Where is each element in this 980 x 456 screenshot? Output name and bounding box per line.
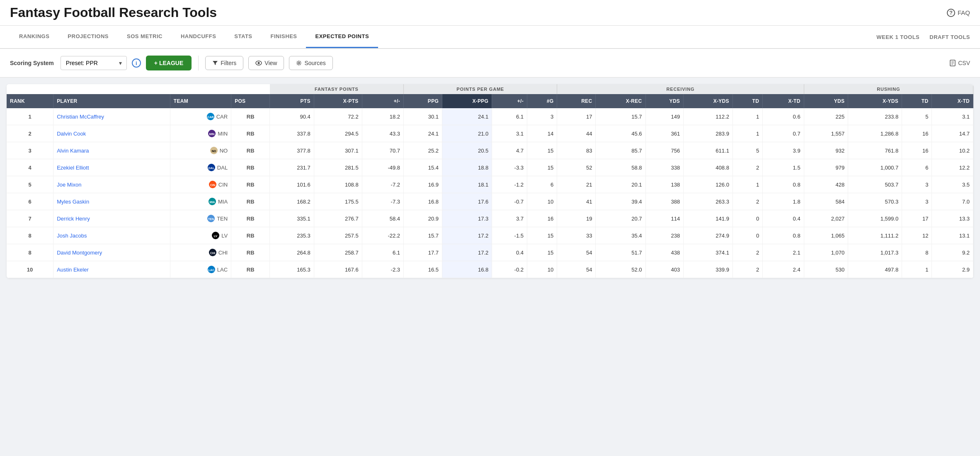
scoring-select-wrapper[interactable]: Preset: PPR Preset: Standard Preset: Hal…	[61, 56, 127, 70]
fantasy-points-group: Fantasy Points	[270, 84, 404, 94]
cell-x-pts: 167.6	[314, 261, 362, 278]
cell-player[interactable]: Derrick Henry	[53, 210, 170, 227]
cell-x-ppg: 17.3	[442, 210, 492, 227]
cell-x-pts: 307.1	[314, 142, 362, 159]
cell-rec: 83	[557, 142, 596, 159]
svg-text:MIA: MIA	[210, 201, 215, 204]
cell-plus-minus-ppg: 0.4	[492, 244, 527, 261]
cell-player[interactable]: Joe Mixon	[53, 176, 170, 193]
cell-td-rush: 12	[902, 227, 932, 244]
col-x-yds-rush: X-YDS	[848, 94, 902, 108]
ppg-group: Points Per Game	[404, 84, 557, 94]
table-row: 7 Derrick Henry TEN TEN RB 335.1 276.7 5…	[7, 210, 973, 227]
cell-x-yds-rec: 141.9	[684, 210, 733, 227]
cell-plus-minus-pts: 6.1	[362, 244, 403, 261]
view-button[interactable]: View	[248, 56, 284, 70]
nav-rankings[interactable]: Rankings	[10, 26, 58, 48]
cell-ppg: 15.7	[404, 227, 442, 244]
nav-left: Rankings Projections SOS Metric Handcuff…	[10, 26, 378, 48]
cell-player[interactable]: David Montgomery	[53, 244, 170, 261]
sources-button[interactable]: Sources	[289, 56, 332, 70]
cell-g: 15	[527, 142, 557, 159]
nav-expected-points[interactable]: Expected Points	[306, 26, 378, 48]
col-rank: RANK	[7, 94, 53, 108]
cell-rank: 10	[7, 261, 53, 278]
cell-x-pts: 72.2	[314, 108, 362, 125]
cell-pts: 264.8	[270, 244, 314, 261]
nav-handcuffs[interactable]: Handcuffs	[172, 26, 225, 48]
cell-rank: 2	[7, 125, 53, 142]
cell-plus-minus-pts: -2.3	[362, 261, 403, 278]
team-logo: DAL	[207, 163, 216, 172]
cell-plus-minus-ppg: 6.1	[492, 108, 527, 125]
cell-team: LAC LAC	[170, 261, 231, 278]
cell-rec: 21	[557, 176, 596, 193]
cell-plus-minus-pts: -22.2	[362, 227, 403, 244]
cell-td-rec: 2	[733, 159, 762, 176]
nav-projections[interactable]: Projections	[58, 26, 118, 48]
cell-x-td-rush: 3.5	[932, 176, 973, 193]
cell-td-rec: 2	[733, 244, 762, 261]
nav-week1-tools[interactable]: Week 1 Tools	[876, 27, 919, 48]
info-icon[interactable]: i	[132, 58, 141, 68]
cell-td-rec: 1	[733, 176, 762, 193]
cell-rank: 6	[7, 193, 53, 210]
cell-pos: RB	[231, 125, 270, 142]
cell-player[interactable]: Austin Ekeler	[53, 261, 170, 278]
cell-yds-rush: 2,027	[804, 210, 848, 227]
table-row: 2 Dalvin Cook MIN MIN RB 337.8 294.5 43.…	[7, 125, 973, 142]
cell-td-rush: 1	[902, 261, 932, 278]
cell-player[interactable]: Christian McCaffrey	[53, 108, 170, 125]
cell-x-td-rush: 7.0	[932, 193, 973, 210]
cell-g: 15	[527, 159, 557, 176]
cell-x-yds-rec: 263.3	[684, 193, 733, 210]
team-logo: CHI	[209, 248, 217, 257]
csv-button[interactable]: CSV	[950, 60, 970, 66]
cell-yds-rush: 584	[804, 193, 848, 210]
faq-link[interactable]: ? FAQ	[947, 9, 970, 17]
scoring-select[interactable]: Preset: PPR Preset: Standard Preset: Hal…	[61, 56, 127, 70]
cell-pos: RB	[231, 261, 270, 278]
cell-x-rec: 20.7	[596, 210, 645, 227]
cell-player[interactable]: Myles Gaskin	[53, 193, 170, 210]
cell-yds-rush: 1,557	[804, 125, 848, 142]
cell-pos: RB	[231, 210, 270, 227]
filter-icon	[212, 60, 218, 66]
nav-finishes[interactable]: Finishes	[262, 26, 306, 48]
cell-player[interactable]: Dalvin Cook	[53, 125, 170, 142]
cell-player[interactable]: Alvin Kamara	[53, 142, 170, 159]
league-button[interactable]: + LEAGUE	[146, 56, 192, 70]
cell-x-yds-rush: 761.8	[848, 142, 902, 159]
cell-x-td-rec: 2.4	[763, 261, 804, 278]
cell-x-yds-rec: 126.0	[684, 176, 733, 193]
cell-td-rec: 1	[733, 108, 762, 125]
cell-x-td-rec: 0.7	[763, 125, 804, 142]
cell-x-td-rush: 12.2	[932, 159, 973, 176]
cell-plus-minus-pts: -49.8	[362, 159, 403, 176]
cell-team: CHI CHI	[170, 244, 231, 261]
col-x-ppg: X-PPG	[442, 94, 492, 108]
col-x-pts: X-PTS	[314, 94, 362, 108]
cell-x-yds-rush: 233.8	[848, 108, 902, 125]
cell-x-yds-rec: 274.9	[684, 227, 733, 244]
cell-x-td-rec: 1.5	[763, 159, 804, 176]
cell-rec: 54	[557, 244, 596, 261]
team-logo: CAR	[206, 112, 215, 121]
cell-player[interactable]: Josh Jacobs	[53, 227, 170, 244]
cell-x-ppg: 20.5	[442, 142, 492, 159]
cell-rec: 41	[557, 193, 596, 210]
receiving-group: Receiving	[557, 84, 804, 94]
cell-x-ppg: 16.8	[442, 261, 492, 278]
cell-player[interactable]: Ezekiel Elliott	[53, 159, 170, 176]
cell-x-ppg: 17.2	[442, 244, 492, 261]
svg-text:NO: NO	[211, 150, 216, 153]
cell-pos: RB	[231, 142, 270, 159]
cell-yds-rec: 361	[645, 125, 684, 142]
cell-ppg: 16.9	[404, 176, 442, 193]
filters-button[interactable]: Filters	[205, 56, 243, 70]
cell-yds-rec: 438	[645, 244, 684, 261]
nav-draft-tools[interactable]: Draft Tools	[929, 27, 970, 48]
nav-stats[interactable]: Stats	[225, 26, 261, 48]
nav-sos-metric[interactable]: SOS Metric	[118, 26, 172, 48]
cell-x-ppg: 17.6	[442, 193, 492, 210]
